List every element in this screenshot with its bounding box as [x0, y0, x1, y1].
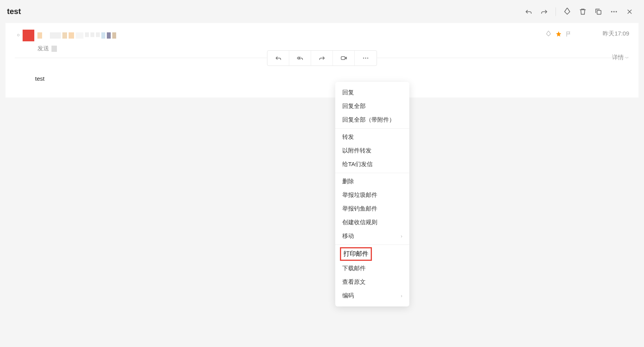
divider — [556, 7, 556, 16]
svg-point-5 — [363, 58, 364, 59]
menu-print-highlighted[interactable]: 打印邮件 — [340, 247, 372, 261]
sender-avatar-block — [23, 30, 136, 41]
tag-icon[interactable] — [563, 7, 571, 16]
menu-report-spam[interactable]: 举报垃圾邮件 — [335, 188, 409, 202]
svg-point-6 — [365, 58, 366, 59]
menu-reply-all[interactable]: 回复全部 — [335, 99, 409, 113]
label-icon[interactable] — [545, 30, 552, 37]
menu-download[interactable]: 下载邮件 — [335, 262, 409, 275]
email-card: 昨天17:09 发送 详情 test — [5, 23, 639, 97]
chevron-right-icon: › — [401, 293, 402, 299]
action-bar-row — [15, 58, 629, 58]
action-bar — [267, 50, 377, 66]
menu-group-manage: 删除 举报垃圾邮件 举报钓鱼邮件 创建收信规则 移动 › — [335, 173, 409, 245]
menu-reply[interactable]: 回复 — [335, 86, 409, 99]
page-header: test — [0, 0, 644, 23]
star-icon[interactable] — [555, 30, 562, 37]
more-button[interactable] — [355, 51, 377, 66]
header-actions — [524, 7, 634, 16]
menu-compose-to[interactable]: 给TA们发信 — [335, 158, 409, 171]
forward-icon[interactable] — [540, 7, 548, 16]
menu-report-phishing[interactable]: 举报钓鱼邮件 — [335, 202, 409, 216]
svg-point-1 — [611, 11, 612, 12]
menu-encoding[interactable]: 编码 › — [335, 289, 409, 303]
video-button[interactable] — [333, 51, 355, 66]
reply-button[interactable] — [267, 51, 289, 66]
menu-delete[interactable]: 删除 — [335, 175, 409, 188]
menu-group-tools: 打印邮件 下载邮件 查看原文 编码 › — [335, 245, 409, 304]
menu-group-reply: 回复 回复全部 回复全部（带附件） — [335, 84, 409, 129]
avatar-icon — [23, 30, 34, 41]
sender-name-redacted — [37, 32, 116, 39]
menu-forward-attach[interactable]: 以附件转发 — [335, 144, 409, 158]
reply-all-button[interactable] — [289, 51, 311, 66]
svg-point-2 — [613, 11, 614, 12]
context-menu: 回复 回复全部 回复全部（带附件） 转发 以附件转发 给TA们发信 删除 举报垃… — [335, 82, 409, 306]
chevron-right-icon: › — [401, 234, 402, 239]
copy-icon[interactable] — [594, 7, 603, 16]
svg-point-3 — [616, 11, 617, 12]
reply-icon[interactable] — [524, 7, 533, 16]
menu-view-source[interactable]: 查看原文 — [335, 275, 409, 289]
menu-create-rule[interactable]: 创建收信规则 — [335, 216, 409, 229]
close-icon[interactable] — [625, 7, 634, 16]
email-header: 昨天17:09 — [5, 23, 639, 45]
forward-button[interactable] — [311, 51, 333, 66]
page-title: test — [7, 7, 21, 16]
svg-rect-4 — [341, 57, 345, 60]
unread-dot — [17, 34, 19, 36]
timestamp: 昨天17:09 — [603, 30, 629, 37]
svg-point-7 — [367, 58, 368, 59]
more-icon[interactable] — [610, 7, 618, 16]
sender-label: 发送 — [37, 45, 49, 52]
menu-move[interactable]: 移动 › — [335, 229, 409, 243]
flag-icon[interactable] — [565, 30, 572, 37]
menu-forward[interactable]: 转发 — [335, 130, 409, 144]
email-meta-right: 昨天17:09 — [545, 30, 629, 37]
menu-reply-all-attach[interactable]: 回复全部（带附件） — [335, 113, 409, 127]
delete-icon[interactable] — [579, 7, 587, 16]
menu-group-forward: 转发 以附件转发 给TA们发信 — [335, 129, 409, 173]
sender-redacted — [51, 46, 57, 52]
svg-rect-0 — [597, 10, 601, 14]
